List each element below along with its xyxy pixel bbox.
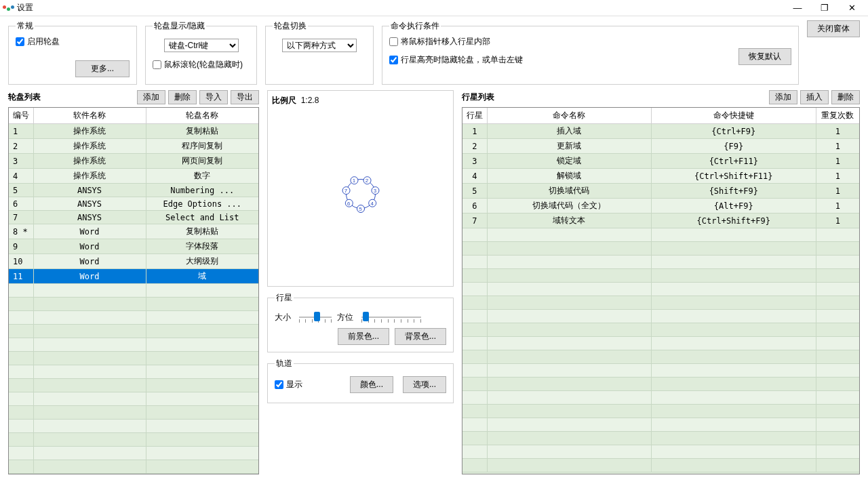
col-software[interactable]: 软件名称 xyxy=(33,108,146,124)
background-color-button[interactable]: 背景色... xyxy=(395,328,446,345)
table-row[interactable]: 11Word域 xyxy=(9,269,258,284)
orbit-group: 轨道 显示 颜色... 选项... xyxy=(267,358,454,403)
preview-planet: 2 xyxy=(363,176,371,184)
wheel-export-button[interactable]: 导出 xyxy=(231,90,259,104)
scale-label: 比例尺 xyxy=(272,96,296,105)
table-row[interactable]: 9Word字体段落 xyxy=(9,239,258,254)
cond-opt1-input[interactable] xyxy=(389,37,398,46)
orbit-show-checkbox[interactable]: 显示 xyxy=(275,379,302,390)
table-row[interactable]: 10Word大纲级别 xyxy=(9,254,258,269)
window-title: 设置 xyxy=(17,2,33,14)
cond-opt2-checkbox[interactable]: 行星高亮时隐藏轮盘，或单击左键 xyxy=(389,54,523,66)
orbit-show-input[interactable] xyxy=(275,380,283,389)
planet-delete-button[interactable]: 删除 xyxy=(831,90,860,104)
more-button[interactable]: 更多... xyxy=(75,60,130,77)
titlebar: 设置 — ❐ ✕ xyxy=(0,0,868,16)
general-legend: 常规 xyxy=(16,20,35,32)
general-group: 常规 启用轮盘 更多... xyxy=(8,20,137,85)
table-row[interactable]: 3操作系统网页间复制 xyxy=(9,154,258,169)
col-hotkey[interactable]: 命令快捷键 xyxy=(652,108,816,124)
size-slider[interactable] xyxy=(299,310,332,324)
size-label: 大小 xyxy=(275,312,294,323)
table-row[interactable]: 5ANSYSNumbering ... xyxy=(9,184,258,197)
switch-legend: 轮盘切换 xyxy=(273,20,308,32)
preview-planet: 5 xyxy=(357,205,365,213)
table-row[interactable]: 2操作系统程序间复制 xyxy=(9,139,258,154)
showhide-select[interactable]: 键盘-Ctrl键 xyxy=(164,39,239,52)
wheel-list-label: 轮盘列表 xyxy=(8,92,41,103)
showhide-group: 轮盘显示/隐藏 键盘-Ctrl键 鼠标滚轮(轮盘隐藏时) xyxy=(145,20,257,85)
table-row[interactable]: 6ANSYSEdge Options ... xyxy=(9,197,258,211)
preview-canvas: 1234567 xyxy=(272,109,449,279)
planet-list-label: 行星列表 xyxy=(462,92,494,103)
cond-opt1-checkbox[interactable]: 将鼠标指针移入行星内部 xyxy=(389,36,728,47)
table-row[interactable]: 1插入域{Ctrl+F9}1 xyxy=(462,124,859,139)
orient-label: 方位 xyxy=(337,312,356,323)
wheel-delete-button[interactable]: 删除 xyxy=(168,90,197,104)
showhide-legend: 轮盘显示/隐藏 xyxy=(153,20,206,32)
table-row[interactable]: 1操作系统复制粘贴 xyxy=(9,124,258,139)
mouse-wheel-checkbox[interactable]: 鼠标滚轮(轮盘隐藏时) xyxy=(153,59,243,70)
preview-box: 比例尺 1:2.8 1234567 xyxy=(267,90,454,287)
switch-group: 轮盘切换 以下两种方式 xyxy=(265,20,374,85)
preview-planet: 3 xyxy=(371,186,379,195)
col-planet[interactable]: 行星 xyxy=(462,108,487,124)
maximize-button[interactable]: ❐ xyxy=(811,1,838,16)
table-row[interactable]: 7域转文本{Ctrl+Shift+F9}1 xyxy=(462,214,859,228)
wheel-import-button[interactable]: 导入 xyxy=(199,90,228,104)
table-row[interactable]: 6切换域代码（全文）{Alt+F9}1 xyxy=(462,199,859,214)
col-repeat[interactable]: 重复次数 xyxy=(816,108,859,124)
orbit-color-button[interactable]: 颜色... xyxy=(350,376,393,393)
table-row[interactable]: 5切换域代码{Shift+F9}1 xyxy=(462,184,859,199)
planet-group: 行星 大小 方位 前景色... xyxy=(267,292,454,352)
app-icon xyxy=(3,5,14,11)
table-row[interactable]: 4操作系统数字 xyxy=(9,169,258,184)
planet-insert-button[interactable]: 插入 xyxy=(800,90,829,104)
scale-value: 1:2.8 xyxy=(301,96,319,105)
restore-default-button[interactable]: 恢复默认 xyxy=(738,48,791,65)
orient-slider[interactable] xyxy=(361,310,421,324)
planet-legend: 行星 xyxy=(275,292,294,304)
table-row[interactable]: 7ANSYSSelect and List xyxy=(9,211,258,224)
wheel-add-button[interactable]: 添加 xyxy=(137,90,165,104)
switch-select[interactable]: 以下两种方式 xyxy=(282,39,357,52)
condition-group: 命令执行条件 将鼠标指针移入行星内部 行星高亮时隐藏轮盘，或单击左键 恢复默认 xyxy=(382,20,799,85)
close-button[interactable]: ✕ xyxy=(838,1,865,16)
col-wheel[interactable]: 轮盘名称 xyxy=(146,108,258,124)
foreground-color-button[interactable]: 前景色... xyxy=(338,328,389,345)
preview-planet: 6 xyxy=(344,199,353,207)
preview-planet: 1 xyxy=(350,176,358,184)
table-row[interactable]: 2更新域{F9}1 xyxy=(462,139,859,154)
preview-planet: 7 xyxy=(342,186,350,195)
close-window-button[interactable]: 关闭窗体 xyxy=(807,20,860,37)
wheel-table[interactable]: 编号 软件名称 轮盘名称 1操作系统复制粘贴2操作系统程序间复制3操作系统网页间… xyxy=(8,107,259,474)
table-row[interactable]: 3锁定域{Ctrl+F11}1 xyxy=(462,154,859,169)
col-num[interactable]: 编号 xyxy=(9,108,33,124)
table-row[interactable]: 4解锁域{Ctrl+Shift+F11}1 xyxy=(462,169,859,184)
preview-planet: 4 xyxy=(368,199,376,207)
table-row[interactable]: 8 *Word复制粘贴 xyxy=(9,224,258,239)
minimize-button[interactable]: — xyxy=(784,1,811,16)
mouse-wheel-input[interactable] xyxy=(153,60,161,69)
cond-opt2-input[interactable] xyxy=(389,56,398,64)
enable-wheel-checkbox[interactable]: 启用轮盘 xyxy=(16,36,60,47)
planet-add-button[interactable]: 添加 xyxy=(769,90,797,104)
col-cmd[interactable]: 命令名称 xyxy=(487,108,652,124)
orbit-legend: 轨道 xyxy=(275,358,294,369)
planet-table[interactable]: 行星 命令名称 命令快捷键 重复次数 1插入域{Ctrl+F9}12更新域{F9… xyxy=(462,107,860,474)
condition-legend: 命令执行条件 xyxy=(389,20,441,32)
enable-wheel-input[interactable] xyxy=(16,37,24,46)
orbit-options-button[interactable]: 选项... xyxy=(403,376,446,393)
